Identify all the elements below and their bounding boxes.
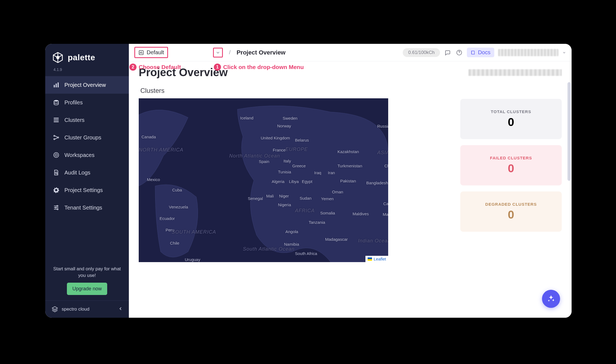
brand-name: palette xyxy=(68,53,95,62)
map-attribution[interactable]: Leaflet xyxy=(365,256,388,262)
map-country-label: ASIA xyxy=(377,150,388,156)
map-country-label: Namibia xyxy=(284,242,299,247)
map-country-label: EUROPE xyxy=(285,147,308,152)
svg-rect-2 xyxy=(56,84,57,87)
map-country-label: Spain xyxy=(259,159,269,164)
sliders-icon xyxy=(53,204,59,211)
clusters-panel: Clusters IcelandSwedenNorwayRussiaCanada… xyxy=(139,81,460,262)
world-map[interactable]: IcelandSwedenNorwayRussiaCanadaUnited Ki… xyxy=(139,98,388,262)
sidebar-item-label: Cluster Groups xyxy=(64,134,101,141)
map-country-label: France xyxy=(273,148,286,152)
chevron-down-icon[interactable] xyxy=(562,51,566,55)
stack-icon xyxy=(53,99,59,106)
svg-point-14 xyxy=(57,205,58,207)
map-country-label: Ch xyxy=(384,164,388,168)
map-country-label: Nigeria xyxy=(278,202,291,207)
version-label: 4.1.9 xyxy=(45,67,129,72)
svg-point-10 xyxy=(58,137,59,138)
svg-rect-3 xyxy=(58,82,59,87)
map-country-label: United Kingdom xyxy=(261,136,290,140)
map-country-label: Oman xyxy=(332,190,343,194)
usage-pill[interactable]: 0.61/100kCh xyxy=(403,48,440,57)
sidebar-item-cluster-groups[interactable]: Cluster Groups xyxy=(45,129,129,146)
stat-label: DEGRADED CLUSTERS xyxy=(466,202,556,207)
sidebar-item-tenant-settings[interactable]: Tenant Settings xyxy=(45,199,129,216)
sidebar-item-profiles[interactable]: Profiles xyxy=(45,94,129,111)
map-country-label: Maldives xyxy=(353,211,369,216)
project-dropdown-trigger[interactable] xyxy=(213,48,223,58)
map-country-label: Pakistan xyxy=(340,179,356,183)
map-country-label: Angola xyxy=(285,229,298,234)
vertical-scrollbar[interactable] xyxy=(567,82,571,181)
collapse-sidebar-icon[interactable] xyxy=(118,306,123,312)
map-country-label: Bangladesh xyxy=(366,180,388,185)
map-country-label: Mexico xyxy=(147,177,160,182)
map-country-label: Tunisia xyxy=(278,170,291,174)
map-country-label: Sweden xyxy=(283,116,297,121)
sidebar-item-label: Project Overview xyxy=(64,82,106,88)
sidebar-item-clusters[interactable]: Clusters xyxy=(45,111,129,129)
chevron-down-icon xyxy=(215,50,220,55)
help-icon[interactable] xyxy=(455,49,463,56)
sidebar-item-workspaces[interactable]: Workspaces xyxy=(45,146,129,164)
map-country-label: Ecuador xyxy=(160,216,175,221)
annotation-badge: 1 xyxy=(214,64,221,71)
topbar: Default / Project Overview 0.61/100kCh D… xyxy=(129,44,572,61)
spectrocloud-icon xyxy=(51,306,58,313)
clusters-heading: Clusters xyxy=(139,87,460,94)
annotation-text: Choose Default xyxy=(139,64,181,70)
company-label: spectro cloud xyxy=(62,306,89,312)
docs-button[interactable]: Docs xyxy=(467,48,494,57)
sidebar-item-project-settings[interactable]: Project Settings xyxy=(45,181,129,199)
map-country-label: Iceland xyxy=(240,116,253,120)
project-name: Default xyxy=(147,49,164,56)
annotation-click-dropdown: 1 Click on the drop-down Menu xyxy=(214,64,304,71)
stat-total-clusters[interactable]: TOTAL CLUSTERS 0 xyxy=(460,99,562,139)
map-country-label: Egypt xyxy=(302,179,312,184)
map-country-label: Mali xyxy=(266,194,274,198)
map-country-label: Greece xyxy=(292,164,306,168)
chart-icon xyxy=(138,50,144,55)
svg-point-12 xyxy=(55,154,57,156)
map-country-label: SOUTH AMERICA xyxy=(172,229,216,235)
map-country-label: Tanzania xyxy=(309,220,325,225)
map-country-label: South Africa xyxy=(295,251,317,256)
user-info-redacted[interactable] xyxy=(498,49,558,56)
map-country-label: Niger xyxy=(279,194,289,198)
assistant-fab[interactable] xyxy=(542,290,560,308)
map-country-label: Iraq xyxy=(314,170,321,175)
svg-point-4 xyxy=(54,100,58,102)
svg-point-11 xyxy=(54,153,59,157)
promo-block: Start small and only pay for what you us… xyxy=(45,262,129,300)
stat-degraded-clusters[interactable]: DEGRADED CLUSTERS 0 xyxy=(460,191,562,232)
sidebar-item-audit-logs[interactable]: Audit Logs xyxy=(45,164,129,181)
map-country-label: Uruguay xyxy=(185,257,200,262)
promo-text: Start small and only pay for what you us… xyxy=(51,266,123,279)
chat-icon[interactable] xyxy=(444,49,452,56)
main-area: Default / Project Overview 0.61/100kCh D… xyxy=(129,44,572,318)
map-country-label: Kazakhstan xyxy=(337,149,359,154)
gear-icon xyxy=(53,187,59,193)
map-country-label: Libya xyxy=(289,179,299,184)
stat-value: 0 xyxy=(466,162,556,175)
svg-rect-5 xyxy=(54,118,59,119)
map-country-label: Iran xyxy=(328,170,335,175)
stats-column: TOTAL CLUSTERS 0 FAILED CLUSTERS 0 DEGRA… xyxy=(460,81,562,232)
ukraine-flag-icon xyxy=(368,257,372,261)
stat-value: 0 xyxy=(466,116,556,129)
map-country-label: South Atlantic Ocean xyxy=(243,246,294,252)
map-country-label: AFRICA xyxy=(295,208,315,214)
map-country-label: Belarus xyxy=(295,138,309,142)
stat-failed-clusters[interactable]: FAILED CLUSTERS 0 xyxy=(460,145,562,185)
upgrade-button[interactable]: Upgrade now xyxy=(67,283,107,295)
map-country-label: Turkmenistan xyxy=(337,164,362,168)
project-selector[interactable]: Default xyxy=(134,47,168,58)
map-country-label: Venezuela xyxy=(169,205,188,209)
graph-icon xyxy=(53,134,59,141)
sidebar: palette 4.1.9 Project Overview Profiles … xyxy=(45,44,129,318)
svg-rect-1 xyxy=(54,85,55,87)
sidebar-nav: Project Overview Profiles Clusters Clust… xyxy=(45,76,129,216)
sidebar-footer: spectro cloud xyxy=(45,300,129,318)
sidebar-item-project-overview[interactable]: Project Overview xyxy=(45,76,129,94)
stat-label: FAILED CLUSTERS xyxy=(466,156,556,160)
